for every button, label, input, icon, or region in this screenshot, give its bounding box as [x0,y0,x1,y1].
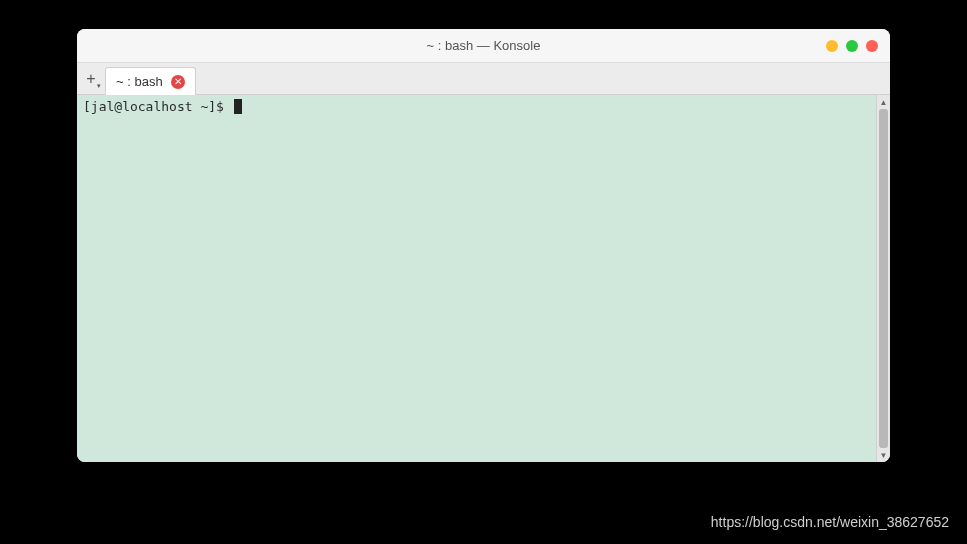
new-tab-button[interactable]: + ▾ [77,63,105,94]
tab-close-icon[interactable]: ✕ [171,75,185,89]
tab-bar: + ▾ ~ : bash ✕ [77,63,890,95]
tab-label: ~ : bash [116,74,163,89]
tab-active[interactable]: ~ : bash ✕ [105,67,196,95]
scroll-up-button[interactable]: ▲ [877,95,890,109]
window-title: ~ : bash — Konsole [427,38,541,53]
chevron-down-icon: ▾ [97,82,101,90]
scroll-thumb[interactable] [879,109,888,448]
scroll-down-button[interactable]: ▼ [877,448,890,462]
maximize-button[interactable] [846,40,858,52]
minimize-button[interactable] [826,40,838,52]
terminal-prompt: [jal@localhost ~]$ [83,99,224,114]
watermark-text: https://blog.csdn.net/weixin_38627652 [711,514,949,530]
terminal-content[interactable]: [jal@localhost ~]$ [77,95,876,462]
plus-icon: + [86,71,95,87]
cursor-icon [234,99,242,114]
titlebar: ~ : bash — Konsole [77,29,890,63]
terminal-area: [jal@localhost ~]$ ▲ ▼ [77,95,890,462]
close-button[interactable] [866,40,878,52]
scrollbar-vertical[interactable]: ▲ ▼ [876,95,890,462]
window-controls [826,40,878,52]
konsole-window: ~ : bash — Konsole + ▾ ~ : bash ✕ [jal@l… [77,29,890,462]
